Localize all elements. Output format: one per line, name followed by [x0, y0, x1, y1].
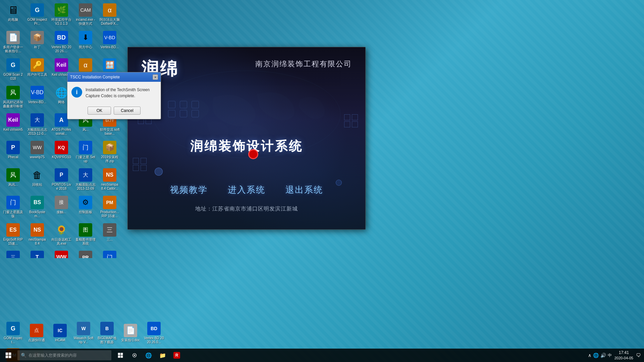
taskbar-icon-buttons: 🌐 📁 R — [114, 349, 183, 362]
desktop: 🖥 此电脑 G GOM Inspect Pr... 🌿 环境监控平台 V2.0.… — [0, 0, 644, 362]
file-explorer-button[interactable]: 📁 — [156, 349, 169, 362]
file-explorer-icon: 📁 — [159, 352, 166, 359]
svg-rect-1 — [6, 353, 8, 355]
task-view-button[interactable] — [114, 349, 127, 362]
search-icon: 🔍 — [21, 353, 26, 358]
svg-rect-3 — [6, 356, 8, 358]
dialog-body: i Installation of the TechSmith Screen C… — [67, 82, 161, 104]
svg-rect-4 — [9, 356, 11, 358]
dialog-footer: OK Cancel — [67, 104, 161, 117]
app-red-button[interactable]: R — [170, 349, 183, 362]
edge-browser-button[interactable]: 🌐 — [142, 349, 155, 362]
dialog-close-button[interactable]: ✕ — [153, 74, 158, 80]
dialog-titlebar: TSCC Installation Complete ✕ — [67, 72, 161, 82]
cortana-button[interactable] — [128, 349, 141, 362]
svg-rect-8 — [121, 356, 123, 358]
dialog-message: Installation of the TechSmith Screen Cap… — [86, 87, 157, 99]
tscc-dialog: TSCC Installation Complete ✕ i Installat… — [67, 72, 161, 119]
svg-rect-7 — [118, 356, 120, 358]
clock-date: 2020-04-05 — [614, 356, 633, 361]
dialog-title: TSCC Installation Complete — [70, 75, 120, 79]
system-tray: ∧ 🌐 🔊 中 17:41 2020-04-05 🗨 — [585, 349, 644, 362]
taskbar-search-box[interactable]: 🔍 — [17, 350, 111, 360]
windows-logo-icon — [5, 352, 12, 359]
edge-icon: 🌐 — [145, 352, 152, 359]
clock-time: 17:41 — [614, 350, 633, 356]
search-input[interactable] — [29, 353, 102, 358]
cortana-icon — [132, 353, 137, 358]
svg-rect-2 — [9, 353, 11, 355]
dialog-overlay: TSCC Installation Complete ✕ i Installat… — [0, 0, 644, 362]
dialog-ok-button[interactable]: OK — [88, 107, 111, 115]
tray-icons-area: ∧ 🌐 🔊 中 — [588, 353, 612, 358]
tray-arrow-icon[interactable]: ∧ — [588, 353, 591, 358]
svg-point-10 — [134, 355, 135, 356]
tray-network-icon[interactable]: 🌐 — [593, 353, 599, 358]
taskbar: 🔍 🌐 📁 — [0, 349, 644, 362]
tray-lang-icon[interactable]: 中 — [608, 353, 612, 358]
red-app-icon: R — [173, 352, 180, 359]
svg-rect-6 — [121, 353, 123, 355]
task-view-icon — [118, 353, 123, 358]
dialog-info-icon: i — [71, 87, 82, 98]
start-button[interactable] — [0, 349, 17, 362]
action-center-icon[interactable]: 🗨 — [636, 353, 641, 358]
system-clock[interactable]: 17:41 2020-04-05 — [614, 350, 633, 361]
svg-rect-5 — [118, 353, 120, 355]
dialog-cancel-button[interactable]: Cancel — [114, 107, 140, 115]
tray-volume-icon[interactable]: 🔊 — [600, 353, 606, 358]
